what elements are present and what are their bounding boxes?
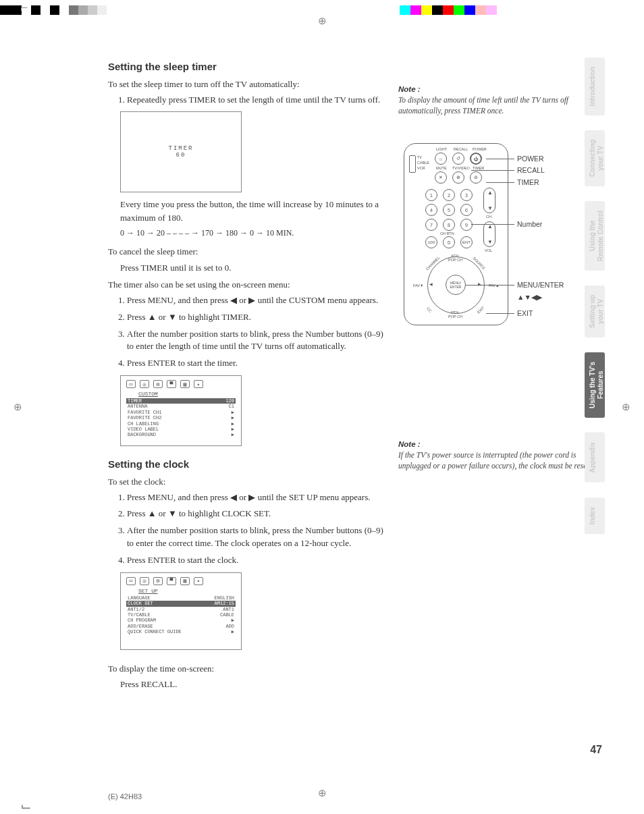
menu-row: FAVORITE CH1▶ [126, 410, 236, 415]
menu-row-label: ANT1/2 [128, 607, 144, 612]
color-swatch [506, 5, 516, 15]
cancel-step: Press TIMER until it is set to 0. [120, 261, 385, 275]
label-popch2: POP CH [448, 315, 462, 319]
num-5: 5 [443, 204, 455, 216]
section-tab: Index [585, 497, 605, 534]
menu-tab-icon: ▭ [126, 380, 136, 388]
custom-menu-box: ▭◎⚙▀▦✦ CUSTOM TIMER120ANTENNAC1FAVORITE … [120, 375, 242, 446]
after-box-text: Every time you press the button, the tim… [120, 198, 385, 224]
note-text-2: If the TV's power source is interrupted … [398, 450, 601, 471]
registration-mark-right: ⊕ [622, 401, 630, 413]
color-swatch [107, 5, 116, 15]
menu-row: FAVORITE CH2▶ [126, 415, 236, 420]
note-text-1: To display the amount of time left until… [398, 94, 601, 116]
menu-row-label: TIMER [128, 398, 142, 404]
menu-row-label: TV/CABLE [128, 612, 151, 618]
label-power: POWER [473, 147, 487, 151]
color-swatch [497, 5, 506, 15]
recall-button: ↺ [452, 153, 464, 165]
menu-row-label: CH PROGRAM [128, 618, 156, 623]
list-item: Press ENTER to start the timer. [127, 357, 385, 370]
main-column: Setting the sleep timer To set the sleep… [108, 61, 385, 695]
list-item: Press ENTER to start the clock. [127, 554, 385, 567]
nav-right-icon: ▶ [478, 282, 481, 286]
menu-row: CLOCK SETAM12:15 [126, 601, 236, 606]
menu-tab-icon: ◎ [140, 380, 149, 388]
menu-row-value: CABLE [220, 612, 234, 618]
section-tabs: IntroductionConnecting your TVUsing the … [585, 57, 605, 534]
menu-row-value: ▶ [232, 415, 234, 420]
menu-icon-row: ▭◎⚙▀▦✦ [126, 577, 236, 585]
color-swatch [88, 5, 97, 15]
color-swatch [31, 5, 41, 15]
color-swatch [59, 5, 69, 15]
clock-intro: To set the clock: [108, 475, 385, 489]
label-mute: MUTE [436, 166, 447, 170]
num-8: 8 [443, 219, 455, 231]
color-swatch [443, 5, 454, 15]
menu-enter-button: MENU/ ENTER [446, 275, 466, 295]
menu-tab-icon: ▀ [167, 577, 176, 585]
menu-row: ANT1/2ANT1 [126, 607, 236, 612]
cancel-intro: To cancel the sleep timer: [108, 245, 385, 259]
heading-sleep-timer: Setting the sleep timer [108, 61, 385, 72]
section-tab: Setting up your TV [585, 286, 605, 337]
mute-button: ✕ [435, 171, 447, 184]
list-item: Press MENU, and then press ◀ or ▶ until … [127, 294, 385, 307]
menu-row: VIDEO LABEL▶ [126, 427, 236, 432]
menu-tab-icon: ▭ [126, 577, 136, 585]
num-7: 7 [425, 219, 437, 231]
color-swatch [410, 5, 421, 15]
menu-row-value: C1 [229, 404, 234, 409]
section-tab: Using the Remote Control [585, 201, 605, 271]
num-2: 2 [443, 189, 455, 201]
num-3: 3 [460, 189, 473, 201]
page-number: 47 [590, 744, 602, 756]
menu-tab-icon: ▦ [180, 380, 190, 388]
color-swatch [78, 5, 88, 15]
callout-line [486, 159, 514, 159]
heading-clock: Setting the clock [108, 458, 385, 470]
switch-label-vcr: VCR [417, 166, 425, 170]
num-4: 4 [425, 204, 437, 216]
menu-row-value: ▶ [232, 629, 234, 634]
menu-row-label: VIDEO LABEL [128, 427, 159, 432]
menu-tab-icon: ▦ [180, 577, 190, 585]
section-tab: Appendix [585, 433, 605, 483]
callout-exit: EXIT [517, 309, 533, 317]
list-item: Press ▲ or ▼ to highlight TIMER. [127, 311, 385, 324]
menu-row-value: 120 [225, 398, 234, 404]
sleep-steps-1: Repeatedly press TIMER to set the length… [108, 94, 385, 107]
color-swatch [421, 5, 432, 15]
osmenu-intro: The timer also can be set using the on-s… [108, 278, 385, 292]
crop-mark-tl: ⌐ [20, 0, 28, 16]
list-item: Repeatedly press TIMER to set the length… [127, 94, 385, 107]
callout-power: POWER [517, 155, 544, 163]
menu-tab-icon: ⚙ [153, 577, 163, 585]
num-6: 6 [460, 204, 473, 216]
callout-line [486, 313, 514, 314]
menu-row-value: ADD [225, 624, 234, 629]
section-tab: Introduction [585, 57, 605, 115]
tvvideo-button: ⊕ [452, 171, 464, 184]
menu-row-label: QUICK CONNECT GUIDE [128, 629, 182, 634]
menu-row-label: LANGUAGE [128, 595, 151, 601]
menu-row: CH PROGRAM▶ [126, 618, 236, 623]
vol-rocker: ▲ ▼ [483, 221, 495, 247]
footer-model: (E) 42H83 [108, 792, 142, 801]
label-chrtn: CH RTN [440, 232, 454, 236]
menu-tab-icon: ✦ [194, 577, 203, 585]
callout-timer: TIMER [517, 178, 539, 186]
list-item: After the number position starts to blin… [127, 328, 385, 354]
chevron-down-icon: ▼ [487, 239, 493, 245]
color-swatch [516, 5, 525, 15]
menu-row-value: ▶ [232, 410, 234, 415]
menu-icon-row: ▭◎⚙▀▦✦ [126, 380, 236, 388]
light-button: ☼ [435, 153, 447, 165]
menu-row-label: BACKGROUND [128, 432, 156, 437]
menu-row: LANGUAGEENGLISH [126, 595, 236, 601]
num-100: 100 [425, 236, 437, 248]
chevron-up-icon: ▲ [487, 190, 493, 196]
chevron-down-icon: ▼ [487, 205, 493, 211]
registration-mark-bottom: ⊕ [318, 787, 327, 799]
